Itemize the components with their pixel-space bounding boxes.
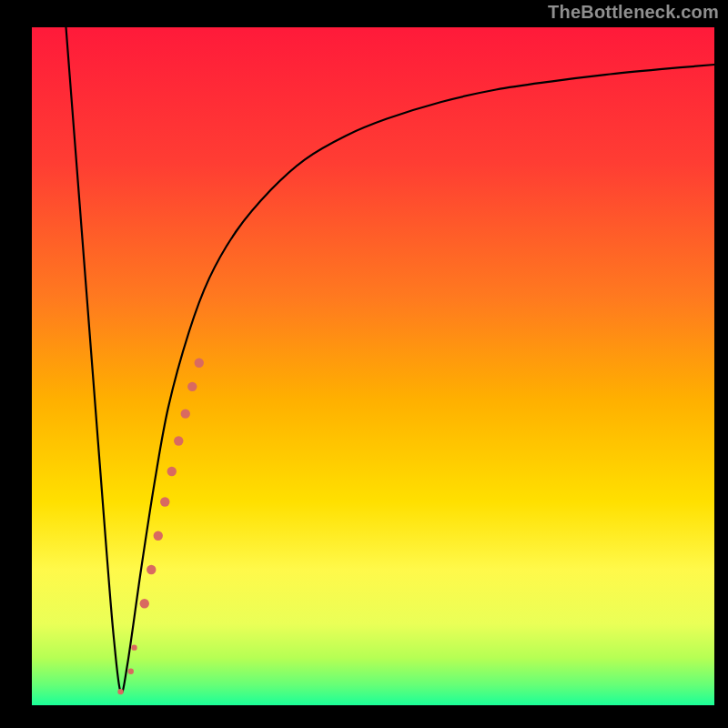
highlight-dot — [187, 382, 197, 391]
highlight-dot — [147, 565, 156, 574]
highlight-dot — [181, 409, 190, 418]
highlight-dot — [195, 359, 204, 368]
highlight-dot — [131, 644, 136, 650]
highlight-dot — [117, 689, 123, 694]
highlight-dot — [167, 467, 177, 476]
highlight-dot — [154, 531, 163, 541]
watermark-text: TheBottleneck.com — [548, 2, 719, 23]
highlight-dot — [174, 436, 183, 445]
chart-svg — [0, 0, 728, 728]
highlight-dot — [160, 497, 169, 506]
highlight-dot — [140, 599, 149, 608]
chart-plot-bg — [32, 27, 714, 705]
chart-stage: TheBottleneck.com — [0, 0, 728, 728]
highlight-dot — [128, 669, 134, 674]
